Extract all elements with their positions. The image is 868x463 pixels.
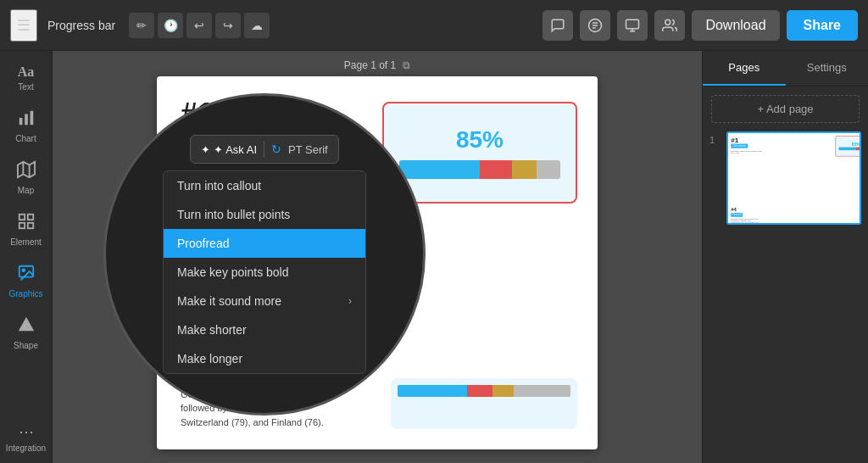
undo-tool[interactable]: ↩ [186,13,212,38]
page-indicator: Page 1 of 1 ⧉ [344,59,410,71]
menu-item-longer[interactable]: Make longer [164,344,365,373]
integration-icon: ⋯ [19,422,34,441]
sidebar-item-shape[interactable]: Shape [0,309,52,357]
edit-tool[interactable]: ✏ [129,13,154,38]
sidebar-item-graphics[interactable]: Graphics [0,257,52,305]
sidebar-item-integration[interactable]: ⋯ Integration [0,416,52,463]
svg-marker-12 [18,317,33,332]
menu-item-sound-more[interactable]: Make it sound more › [164,287,365,315]
share-users-button[interactable] [654,10,685,41]
panel-tabs: Pages Settings [703,51,868,86]
sidebar-item-label: Graphics [8,289,42,298]
menu-item-proofread[interactable]: Proofread [164,229,365,258]
sidebar-item-chart[interactable]: Chart [0,102,52,150]
toolbar-separator [264,141,264,158]
page-thumbnail[interactable]: #1 Germany Germany leads with a score of… [726,131,861,225]
bar-track-1 [399,160,560,179]
chevron-right-icon: › [348,295,352,307]
canvas-area[interactable]: Page 1 of 1 ⧉ #1 Germany Germany leads w… [53,51,702,463]
svg-rect-8 [19,223,24,228]
bar-segment-gray [537,160,561,179]
page-number: 1 [709,131,720,145]
sidebar-item-label: Text [18,82,33,92]
ai-toolbar: ✦ ✦ Ask AI ↻ PT Serif [190,135,338,164]
sidebar-item-text[interactable]: Aa Text [0,58,52,98]
refresh-icon[interactable]: ↻ [271,142,281,156]
tab-pages[interactable]: Pages [703,51,786,86]
download-button[interactable]: Download [692,10,779,41]
bar-segment-gold [512,160,537,179]
comment-button[interactable] [542,10,573,41]
add-page-button[interactable]: + Add page [711,95,860,123]
svg-rect-6 [19,215,24,220]
context-overlay: ✦ ✦ Ask AI ↻ PT Serif Turn into callout … [103,93,426,416]
svg-rect-4 [25,114,28,125]
chat-button[interactable] [580,10,610,41]
sidebar-item-label: Chart [15,134,36,143]
svg-rect-1 [626,20,639,29]
element-icon [17,212,36,235]
tab-settings[interactable]: Settings [786,51,869,86]
document-title: Progress bar [47,19,115,32]
history-tool[interactable]: 🕐 [158,13,183,38]
menu-item-bullets[interactable]: Turn into bullet points [164,200,365,229]
bar4-segment-gold [492,385,513,397]
menu-item-callout[interactable]: Turn into callout [164,171,365,200]
chart-icon [17,109,36,131]
bar4-segment-blue [398,385,467,397]
present-button[interactable] [617,10,648,41]
bar4-segment-red [467,385,493,397]
redo-tool[interactable]: ↪ [215,13,241,38]
left-sidebar: Aa Text Chart Map Element Graphics [0,51,53,463]
menu-button[interactable]: ☰ [10,9,37,42]
font-selector[interactable]: PT Serif [288,143,328,156]
copy-page-icon[interactable]: ⧉ [403,59,410,71]
toolbar-tools: ✏ 🕐 ↩ ↪ ☁ [129,13,270,38]
progress-chart-4 [391,378,577,429]
context-menu: Turn into callout Turn into bullet point… [163,170,366,374]
progress-percent-1: 85% [456,126,504,153]
map-icon [17,160,36,183]
menu-item-key-points-bold[interactable]: Make key points bold [164,258,365,287]
svg-rect-9 [27,223,32,228]
bar-segment-blue [399,160,480,179]
shape-icon [17,315,36,338]
pages-list: 1 #1 Germany Germany leads with a score … [703,131,868,232]
sidebar-item-label: Integration [6,443,46,453]
graphics-icon [17,264,36,287]
text-icon: Aa [18,64,35,80]
svg-rect-3 [19,118,22,125]
bar4-segment-gray [514,385,570,397]
topbar-right: Download Share [542,10,858,41]
svg-rect-7 [27,215,32,220]
sidebar-item-label: Shape [14,341,38,350]
share-button[interactable]: Share [787,10,858,41]
topbar: ☰ Progress bar ✏ 🕐 ↩ ↪ ☁ Download Share [0,0,868,51]
main-area: Aa Text Chart Map Element Graphics [0,51,868,463]
svg-point-2 [665,20,670,25]
ask-ai-button[interactable]: ✦ ✦ Ask AI [201,143,257,156]
sidebar-item-map[interactable]: Map [0,153,52,202]
menu-item-shorter[interactable]: Make shorter [164,315,365,344]
svg-rect-5 [30,111,33,126]
bar-track-4 [398,385,570,397]
sparkle-icon: ✦ [201,143,210,156]
svg-point-11 [22,269,25,271]
sidebar-item-label: Element [10,237,42,247]
right-panel: Pages Settings + Add page 1 #1 Germany G… [702,51,868,463]
sidebar-item-element[interactable]: Element [0,205,52,254]
page-thumb-row: 1 #1 Germany Germany leads with a score … [709,131,861,225]
cloud-save-tool[interactable]: ☁ [244,13,270,38]
bar-segment-red [480,160,512,179]
sidebar-item-label: Map [18,186,34,195]
